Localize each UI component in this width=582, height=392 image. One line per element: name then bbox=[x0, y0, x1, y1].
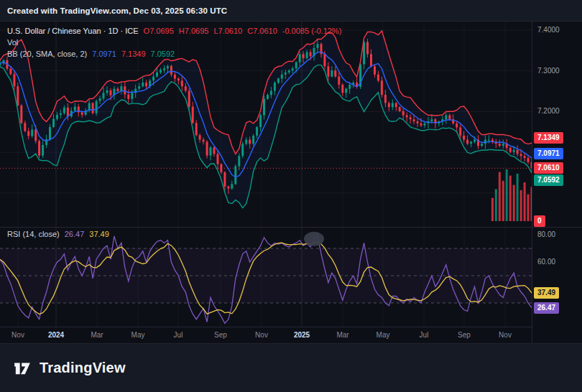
time-axis-label: Nov bbox=[499, 331, 512, 339]
price-badge: 0 bbox=[534, 215, 545, 227]
rsi-axis-label: 60.00 bbox=[537, 258, 555, 266]
volume-legend: Vol bbox=[7, 38, 18, 47]
price-badge: 7.1349 bbox=[534, 132, 563, 144]
time-axis-label: 2024 bbox=[48, 331, 64, 339]
price-badge: 7.0971 bbox=[534, 148, 563, 159]
rsi-ma-value: 37.49 bbox=[89, 230, 109, 238]
chart-area: U.S. Dollar / Chinese Yuan · 1D · ICE O7… bbox=[0, 22, 582, 343]
tradingview-logo-icon[interactable] bbox=[11, 358, 33, 379]
rsi-badge: 26.47 bbox=[534, 302, 559, 314]
time-axis-label: 2025 bbox=[294, 331, 310, 339]
footer: TradingView bbox=[0, 343, 582, 392]
bb-legend: BB (20, SMA, close, 2) 7.0971 7.1349 7.0… bbox=[7, 50, 175, 58]
time-axis-label: Jul bbox=[174, 331, 183, 339]
price-axis-label: 7.4000 bbox=[537, 26, 560, 34]
volume-indicator-label[interactable]: Vol bbox=[7, 38, 18, 47]
ohlc-close: C7.0610 bbox=[247, 27, 277, 35]
rsi-value: 26.47 bbox=[65, 230, 85, 238]
time-axis-label: Mar bbox=[91, 331, 103, 339]
rsi-chart-canvas[interactable] bbox=[0, 227, 532, 327]
ohlc-low: L7.0610 bbox=[213, 27, 242, 35]
time-axis-label: Sep bbox=[214, 331, 227, 339]
time-axis[interactable]: Nov2024MarMayJulSepNov2025MarMayJulSepNo… bbox=[0, 327, 532, 343]
time-axis-label: Nov bbox=[255, 331, 268, 339]
bb-lower-value: 7.0592 bbox=[151, 50, 175, 58]
snapshot-caption: Created with TradingView.com, Dec 03, 20… bbox=[7, 6, 227, 15]
ohlc-open: O7.0695 bbox=[144, 27, 174, 35]
tradingview-snapshot: Created with TradingView.com, Dec 03, 20… bbox=[0, 0, 582, 392]
price-axis-label: 7.3000 bbox=[537, 67, 560, 75]
bb-indicator-label[interactable]: BB (20, SMA, close, 2) bbox=[7, 50, 87, 58]
brand-name[interactable]: TradingView bbox=[40, 360, 126, 376]
price-axis-label: 7.2000 bbox=[537, 107, 560, 115]
price-legend: U.S. Dollar / Chinese Yuan · 1D · ICE O7… bbox=[7, 27, 341, 35]
rsi-axis-label: 80.00 bbox=[537, 230, 555, 238]
time-axis-label: Jul bbox=[420, 331, 429, 339]
snapshot-header: Created with TradingView.com, Dec 03, 20… bbox=[0, 0, 582, 22]
bb-mid-value: 7.0971 bbox=[92, 50, 116, 58]
ohlc-high: H7.0695 bbox=[179, 27, 209, 35]
rsi-badge: 37.49 bbox=[534, 287, 559, 299]
price-badge: 7.0610 bbox=[534, 162, 563, 174]
price-badge: 7.0592 bbox=[534, 174, 563, 186]
price-scale-axis[interactable]: 7.40007.30007.200080.0060.007.13497.0971… bbox=[532, 22, 582, 343]
time-axis-label: May bbox=[377, 331, 390, 339]
pane-separator[interactable] bbox=[0, 227, 582, 228]
time-axis-label: Nov bbox=[11, 331, 24, 339]
bb-upper-value: 7.1349 bbox=[121, 50, 146, 58]
rsi-indicator-label[interactable]: RSI (14, close) bbox=[7, 230, 60, 238]
time-axis-label: Sep bbox=[458, 331, 471, 339]
time-axis-label: May bbox=[131, 331, 145, 339]
rsi-legend: RSI (14, close) 26.47 37.49 bbox=[7, 230, 109, 238]
change-value: -0.0085 (-0.12%) bbox=[282, 27, 342, 35]
time-axis-label: Mar bbox=[336, 331, 348, 339]
symbol-title[interactable]: U.S. Dollar / Chinese Yuan · 1D · ICE bbox=[7, 27, 139, 35]
